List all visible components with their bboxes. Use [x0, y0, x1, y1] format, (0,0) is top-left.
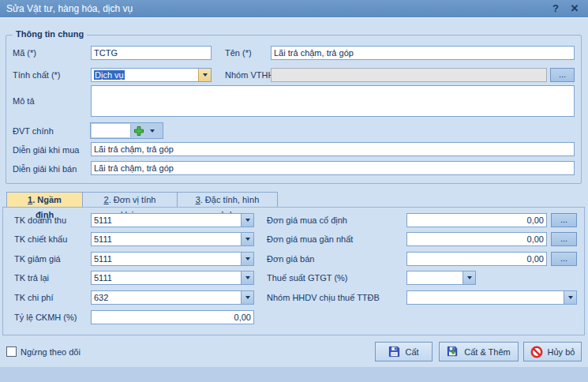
dropdown-button[interactable] [241, 233, 253, 245]
sale-price-browse-button[interactable]: ... [551, 252, 577, 266]
combo-value [407, 272, 463, 284]
chevron-down-icon [245, 276, 250, 279]
vat-rate-combobox[interactable] [406, 271, 476, 285]
combo-value: 632 [92, 291, 241, 304]
combo-value: 5111 [92, 214, 241, 227]
combo-value: 5111 [92, 272, 241, 284]
group-input [271, 68, 547, 82]
nature-combobox[interactable]: Dịch vụ [91, 68, 212, 82]
revenue-account-combobox[interactable]: 5111 [91, 213, 254, 227]
sale-note-input[interactable]: Lãi trả chậm, trả góp [91, 161, 575, 175]
dropdown-button[interactable] [463, 272, 475, 284]
save-button-label: Cất [405, 347, 418, 357]
dropdown-button[interactable] [241, 291, 253, 304]
latest-purchase-price-browse-button[interactable]: ... [551, 232, 577, 246]
chevron-down-icon [245, 238, 250, 241]
sale-note-label: Diễn giải khi bán [13, 164, 77, 174]
latest-purchase-price-input[interactable]: 0,00 [406, 232, 547, 246]
combo-value [407, 291, 564, 304]
purchase-note-input[interactable]: Lãi trả chậm, trả góp [91, 142, 575, 156]
reduction-account-label: TK giảm giá [14, 254, 61, 264]
window-title: Sửa Vật tư, hàng hóa, dịch vụ [6, 3, 133, 14]
fixed-purchase-price-label: Đơn giá mua cố định [267, 215, 347, 225]
fixed-purchase-price-input[interactable]: 0,00 [406, 213, 547, 227]
group-browse-button[interactable]: ... [550, 68, 575, 82]
chevron-down-icon [245, 296, 250, 299]
name-label: Tên (*) [225, 48, 252, 58]
expense-account-combobox[interactable]: 632 [91, 290, 254, 305]
chevron-down-icon [568, 296, 573, 299]
general-info-title: Thông tin chung [13, 29, 87, 39]
dropdown-button[interactable] [564, 291, 576, 304]
reduction-account-combobox[interactable]: 5111 [91, 252, 254, 266]
tab-default[interactable]: 1. Ngầm định [6, 192, 83, 208]
fixed-purchase-price-browse-button[interactable]: ... [551, 213, 577, 227]
code-input[interactable]: TCTG [91, 46, 212, 60]
dialog-window: Sửa Vật tư, hàng hóa, dịch vụ ? ✕ Thông … [0, 0, 588, 382]
discount-rate-input[interactable]: 0,00 [91, 310, 254, 324]
stop-tracking-checkbox[interactable] [6, 346, 17, 357]
main-unit-combobox[interactable] [90, 122, 163, 139]
cancel-button[interactable]: Hủy bỏ [523, 342, 582, 361]
latest-purchase-price-label: Đơn giá mua gần nhất [267, 234, 353, 244]
chevron-down-icon [467, 276, 472, 279]
chevron-down-icon [245, 257, 250, 260]
cancel-icon [530, 346, 543, 358]
special-tax-group-label: Nhóm HHDV chịu thuế TTĐB [267, 293, 380, 302]
close-icon[interactable]: ✕ [567, 2, 582, 16]
expense-account-label: TK chi phí [14, 293, 54, 302]
nature-label: Tính chất (*) [13, 70, 61, 80]
cancel-button-label: Hủy bỏ [548, 347, 575, 357]
chevron-down-icon [150, 129, 155, 133]
code-label: Mã (*) [13, 48, 36, 58]
main-unit-label: ĐVT chính [13, 126, 54, 136]
tab-other-units[interactable]: 2. Đơn vị tính khác [82, 192, 178, 208]
dropdown-button[interactable] [241, 214, 253, 227]
discount-account-combobox[interactable]: 5111 [91, 232, 254, 246]
save-and-add-button[interactable]: Cất & Thêm [439, 342, 519, 361]
discount-account-label: TK chiết khấu [14, 234, 67, 244]
tab-attributes-images[interactable]: 3. Đặc tính, hình ảnh [177, 192, 278, 208]
revenue-account-label: TK doanh thu [14, 215, 66, 225]
description-textarea[interactable] [91, 85, 575, 117]
combo-value: 5111 [92, 253, 241, 265]
tabstrip: 1. Ngầm định 2. Đơn vị tính khác 3. Đặc … [6, 192, 278, 208]
chevron-down-icon [245, 219, 250, 222]
save-icon [388, 346, 400, 358]
add-unit-button[interactable] [132, 123, 146, 138]
special-tax-group-combobox[interactable] [406, 290, 577, 305]
save-add-icon [447, 346, 459, 358]
combo-value: 5111 [92, 233, 241, 245]
nature-dropdown-button[interactable] [198, 69, 211, 81]
vat-rate-label: Thuế suất GTGT (%) [267, 273, 348, 283]
save-and-add-button-label: Cất & Thêm [464, 347, 511, 357]
help-icon[interactable]: ? [549, 2, 563, 16]
chevron-down-icon [203, 73, 208, 77]
discount-rate-label: Tỷ lệ CKMH (%) [14, 313, 77, 322]
description-label: Mô tả [13, 96, 35, 106]
returns-account-label: TK trả lại [14, 273, 49, 283]
unit-dropdown-button[interactable] [146, 123, 159, 138]
purchase-note-label: Diễn giải khi mua [13, 145, 79, 155]
group-label: Nhóm VTHH [225, 70, 274, 80]
dropdown-button[interactable] [241, 253, 253, 265]
dropdown-button[interactable] [241, 272, 253, 284]
returns-account-combobox[interactable]: 5111 [91, 271, 254, 285]
window-bottom-border [0, 367, 588, 382]
save-button[interactable]: Cất [375, 342, 433, 361]
sale-price-label: Đơn giá bán [267, 254, 314, 264]
main-unit-value[interactable] [92, 124, 131, 137]
titlebar[interactable]: Sửa Vật tư, hàng hóa, dịch vụ ? ✕ [0, 0, 588, 17]
plus-icon [133, 125, 144, 137]
stop-tracking-label: Ngừng theo dõi [21, 347, 81, 357]
sale-price-input[interactable]: 0,00 [406, 252, 547, 266]
nature-selected-value: Dịch vụ [94, 70, 125, 80]
name-input[interactable]: Lãi trả chậm, trả góp [271, 46, 575, 60]
